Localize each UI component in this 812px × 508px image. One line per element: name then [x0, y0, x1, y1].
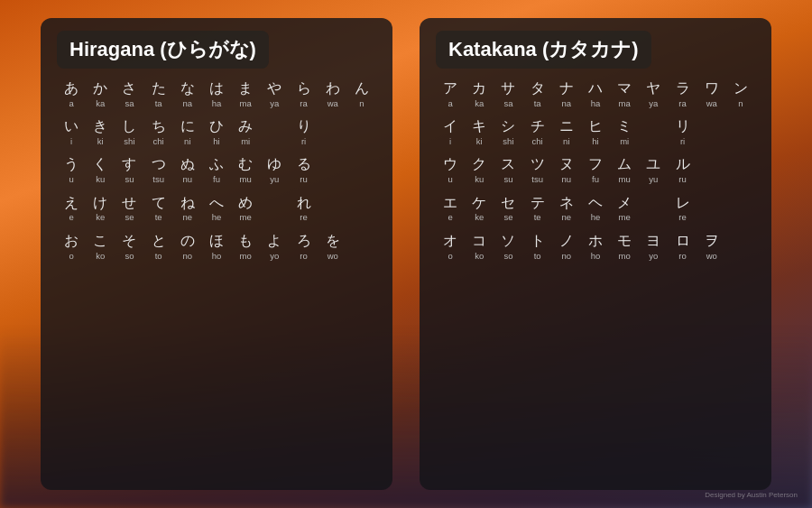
kana-romaji: fu: [592, 174, 599, 184]
kana-character: ニ: [559, 117, 574, 136]
kana-cell: ユyu: [639, 155, 668, 184]
kana-cell: ロro: [668, 232, 697, 261]
kana-cell: あa: [57, 79, 86, 108]
kana-character: ス: [501, 155, 515, 174]
kana-cell: テte: [523, 194, 552, 223]
kana-cell: ムmu: [610, 155, 639, 184]
kana-character: ロ: [676, 232, 690, 251]
kana-cell: すsu: [115, 155, 143, 184]
kana-romaji: ro: [678, 251, 686, 261]
kana-romaji: yu: [270, 174, 279, 184]
kana-romaji: ri: [301, 136, 306, 146]
kana-romaji: re: [678, 212, 686, 222]
kana-romaji: tsu: [531, 174, 543, 184]
kana-character: ヘ: [588, 194, 603, 213]
kana-character: ア: [443, 79, 457, 98]
kana-romaji: ha: [591, 98, 601, 108]
kana-romaji: chi: [153, 136, 164, 146]
kana-character: ヤ: [646, 79, 660, 98]
kana-romaji: sa: [503, 98, 512, 108]
kana-cell: トto: [523, 232, 552, 261]
kana-romaji: yo: [649, 251, 658, 261]
kana-character: キ: [472, 117, 486, 136]
kana-character: そ: [122, 232, 136, 251]
kana-romaji: se: [503, 212, 512, 222]
kana-character: ヌ: [559, 155, 574, 174]
kana-romaji: so: [503, 251, 512, 261]
kana-character: カ: [472, 79, 486, 98]
kana-row: エeケkeセseテteネneヘheメmeレre: [436, 194, 755, 223]
kana-romaji: o: [69, 251, 73, 261]
kana-row: おoこkoそsoとtoのnoほhoもmoよyoろroをwo: [57, 232, 376, 261]
kana-row: ウuクkuスsuツtsuヌnuフfuムmuユyuルru: [436, 155, 755, 184]
kana-character: や: [267, 79, 281, 98]
credit-text: Designed by Austin Peterson: [705, 491, 798, 499]
kana-character: り: [297, 117, 311, 136]
kana-character: ク: [472, 155, 486, 174]
kana-cell: ヨyo: [639, 232, 668, 261]
kana-romaji: e: [448, 212, 452, 222]
kana-romaji: te: [534, 212, 541, 222]
kana-cell: ラra: [668, 79, 697, 108]
kana-romaji: mo: [240, 251, 252, 261]
kana-character: す: [122, 155, 136, 174]
kana-character: ふ: [209, 155, 224, 174]
kana-character: イ: [443, 117, 457, 136]
kana-romaji: ra: [300, 98, 307, 108]
kana-romaji: o: [448, 251, 452, 261]
kana-cell: ソso: [494, 232, 522, 261]
kana-character: て: [152, 194, 166, 213]
kana-romaji: u: [69, 174, 73, 184]
kana-cell: ふfu: [202, 155, 231, 184]
kana-cell: しshi: [115, 117, 143, 146]
kana-romaji: ne: [183, 212, 193, 222]
kana-cell: マma: [610, 79, 639, 108]
kana-romaji: to: [155, 251, 162, 261]
kana-cell: ヘhe: [581, 194, 610, 223]
kana-cell: ルru: [668, 155, 697, 184]
kana-romaji: ru: [678, 174, 686, 184]
kana-romaji: wo: [328, 251, 338, 261]
kana-romaji: mo: [619, 251, 631, 261]
kana-cell: おo: [57, 232, 86, 261]
kana-romaji: wa: [328, 98, 338, 108]
kana-cell: モmo: [610, 232, 639, 261]
kana-character: さ: [122, 79, 136, 98]
kana-character: タ: [531, 79, 545, 98]
kana-character: テ: [531, 194, 545, 213]
kana-cell: けke: [86, 194, 115, 223]
kana-romaji: ni: [184, 136, 190, 146]
kana-character: ハ: [588, 79, 603, 98]
kana-cell: わwa: [318, 79, 347, 108]
kana-character: マ: [617, 79, 632, 98]
kana-romaji: ma: [619, 98, 631, 108]
kana-character: ち: [152, 117, 166, 136]
kana-cell: [318, 155, 347, 184]
kana-character: コ: [472, 232, 486, 251]
hiragana-grid: あaかkaさsaたtaなnaはhaまmaやyaらraわwaんnいiきkiしshi…: [57, 79, 376, 261]
kana-character: レ: [676, 194, 690, 213]
kana-cell: アa: [436, 79, 465, 108]
kana-character: も: [238, 232, 253, 251]
kana-character: ン: [734, 79, 748, 98]
kana-character: ぬ: [180, 155, 195, 174]
kana-character: ヒ: [588, 117, 603, 136]
kana-character: つ: [152, 155, 166, 174]
kana-cell: みmi: [231, 117, 260, 146]
kana-romaji: he: [212, 212, 222, 222]
kana-cell: へhe: [202, 194, 231, 223]
kana-romaji: mi: [241, 136, 250, 146]
kana-row: オoコkoソsoトtoノnoホhoモmoヨyoロroヲwo: [436, 232, 755, 261]
kana-character: な: [180, 79, 195, 98]
kana-cell: やya: [260, 79, 289, 108]
kana-romaji: ku: [96, 174, 105, 184]
kana-character: き: [93, 117, 107, 136]
kana-character: ケ: [472, 194, 486, 213]
kana-cell: ヒhi: [581, 117, 610, 146]
kana-character: と: [152, 232, 166, 251]
kana-row: アaカkaサsaタtaナnaハhaマmaヤyaラraワwaンn: [436, 79, 755, 108]
kana-cell: セse: [494, 194, 522, 223]
kana-romaji: a: [69, 98, 73, 108]
kana-romaji: sa: [125, 98, 134, 108]
kana-romaji: su: [503, 174, 512, 184]
